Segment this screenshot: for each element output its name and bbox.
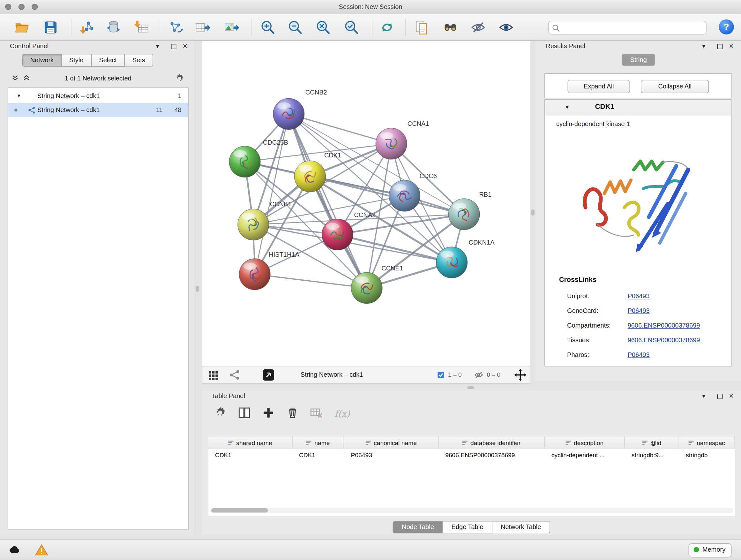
tab-string[interactable]: String — [622, 54, 656, 66]
network-node-CDKN1A[interactable]: CDKN1A — [436, 239, 495, 278]
vertical-splitter[interactable] — [196, 286, 199, 292]
function-builder-icon: f(x) — [334, 406, 355, 420]
close-panel-icon[interactable]: ✕ — [183, 43, 188, 50]
search-network-button[interactable] — [442, 19, 458, 36]
gene-section-header[interactable]: ▼ CDK1 — [545, 100, 731, 115]
column-header-shared-name[interactable]: shared name — [208, 436, 292, 449]
detach-view-button[interactable] — [262, 369, 275, 381]
network-edge-HIST1H1A-CCNE1[interactable] — [255, 274, 367, 288]
network-node-HIST1H1A[interactable]: HIST1H1A — [239, 251, 299, 290]
network-overview-icon[interactable] — [229, 369, 240, 381]
import-table-from-file-button[interactable] — [134, 19, 150, 36]
zoom-fit-button[interactable] — [315, 19, 331, 36]
network-node-CCNB2[interactable]: CCNB2 — [273, 89, 327, 130]
table-options-gear-icon[interactable] — [213, 406, 227, 420]
memory-button[interactable]: Memory — [689, 543, 731, 557]
export-network-button[interactable] — [194, 19, 210, 36]
crosslink-link[interactable]: 9606.ENSP00000378699 — [628, 333, 700, 348]
table-row[interactable]: CDK1CDK1P064939606.ENSP00000378699cyclin… — [208, 449, 735, 462]
maximize-panel-icon[interactable] — [171, 44, 176, 51]
zoom-out-button[interactable] — [287, 19, 303, 36]
control-panel: Control Panel ▾ ✕ NetworkStyleSelectSets… — [0, 41, 196, 534]
crosslink-label: Tissues: — [567, 333, 591, 348]
tab-network-table[interactable]: Network Table — [492, 521, 550, 534]
tab-edge-table[interactable]: Edge Table — [443, 521, 492, 534]
network-collection-row[interactable]: ▼ String Network – cdk1 1 — [8, 89, 188, 103]
import-network-from-database-button[interactable] — [105, 19, 121, 36]
column-header-database-identifier[interactable]: database identifier — [439, 436, 545, 449]
create-column-icon[interactable] — [262, 406, 276, 420]
column-header-description[interactable]: description — [545, 436, 625, 449]
help-button[interactable]: ? — [719, 19, 734, 35]
zoom-in-button[interactable] — [260, 19, 276, 36]
tab-node-table[interactable]: Node Table — [393, 521, 443, 534]
column-header-label: name — [314, 439, 330, 446]
pan-crosshair-icon[interactable] — [514, 369, 527, 381]
maximize-panel-icon[interactable] — [718, 393, 723, 401]
save-session-button[interactable] — [43, 19, 58, 36]
export-image-button[interactable] — [223, 19, 239, 36]
column-header-name[interactable]: name — [292, 436, 344, 449]
tab-select[interactable]: Select — [91, 54, 125, 67]
column-header-namespac[interactable]: namespac — [679, 436, 735, 449]
scrollbar-thumb[interactable] — [211, 508, 268, 512]
disclosure-triangle-icon[interactable]: ▼ — [17, 89, 21, 103]
close-panel-icon[interactable]: ✕ — [729, 43, 734, 50]
cloud-icon[interactable] — [8, 543, 21, 557]
tab-sets[interactable]: Sets — [125, 54, 153, 67]
network-row-selected[interactable]: ● String Network – cdk1 11 48 — [8, 103, 188, 117]
selected-checkbox-icon[interactable] — [437, 371, 445, 379]
crosslink-link[interactable]: P06493 — [628, 348, 650, 362]
node-label-CDC6: CDC6 — [419, 172, 436, 179]
hidden-eye-icon[interactable] — [475, 371, 483, 379]
maximize-panel-icon[interactable] — [718, 44, 723, 51]
search-input[interactable] — [562, 22, 703, 34]
show-all-button[interactable] — [498, 19, 514, 36]
paste-document-button[interactable] — [414, 19, 429, 36]
crosslink-link[interactable]: P06493 — [628, 304, 650, 318]
apply-layout-button[interactable] — [379, 19, 395, 36]
network-node-RB1[interactable]: RB1 — [448, 191, 491, 230]
collapse-all-button[interactable]: Collapse All — [641, 80, 709, 93]
open-session-button[interactable] — [14, 19, 30, 36]
network-graph[interactable]: CCNB2CCNA1CDC25BCDK1CDC6RB1CCNB1CCNA2CDK… — [202, 41, 530, 366]
cytoscape-window: Session: New Session — [0, 0, 741, 560]
import-network-from-file-button[interactable] — [78, 19, 94, 36]
column-header--id[interactable]: @id — [625, 436, 679, 449]
float-panel-icon[interactable]: ▾ — [702, 43, 705, 50]
network-options-gear-icon[interactable] — [174, 73, 185, 84]
close-panel-icon[interactable]: ✕ — [729, 392, 734, 400]
crosslink-link[interactable]: P06493 — [628, 289, 650, 304]
network-node-CCNA1[interactable]: CCNA1 — [376, 120, 429, 159]
crosslink-row: Compartments:9606.ENSP00000378699 — [545, 318, 731, 333]
crosslink-label: Compartments: — [567, 318, 611, 333]
results-panel-title: Results Panel — [546, 43, 585, 50]
network-edge-CCNB2-CCNE1[interactable] — [289, 114, 367, 288]
table-cell: 9606.ENSP00000378699 — [439, 449, 545, 462]
tab-network[interactable]: Network — [22, 54, 62, 67]
hidden-elements-counter: 0 – 0 — [487, 367, 500, 383]
network-edge-CDK1-RB1[interactable] — [310, 176, 464, 214]
column-header-canonical-name[interactable]: canonical name — [344, 436, 439, 449]
zoom-selected-button[interactable] — [344, 19, 360, 36]
hide-selected-button[interactable] — [470, 19, 486, 36]
horizontal-splitter[interactable] — [468, 386, 474, 389]
new-network-button[interactable] — [167, 19, 183, 36]
expand-all-button[interactable]: Expand All — [568, 80, 630, 93]
grid-view-icon[interactable] — [208, 369, 219, 381]
vertical-splitter[interactable] — [531, 209, 535, 215]
network-edge-CCNB2-CCNA1[interactable] — [289, 114, 391, 144]
float-panel-icon[interactable]: ▾ — [702, 392, 705, 400]
delete-column-icon[interactable] — [286, 406, 300, 420]
tab-style[interactable]: Style — [62, 54, 91, 67]
crosslink-link[interactable]: 9606.ENSP00000378699 — [628, 318, 700, 333]
network-node-CCNB1[interactable]: CCNB1 — [238, 200, 292, 240]
titlebar: Session: New Session — [0, 0, 741, 14]
show-columns-icon[interactable] — [238, 406, 252, 420]
warning-icon[interactable] — [35, 543, 48, 557]
float-panel-icon[interactable]: ▾ — [156, 43, 159, 50]
column-header-label: @id — [650, 439, 662, 446]
network-edge-CCNB2-HIST1H1A[interactable] — [255, 114, 289, 274]
disclosure-triangle-icon[interactable]: ▼ — [565, 105, 569, 110]
network-node-CDK1[interactable]: CDK1 — [294, 152, 341, 192]
